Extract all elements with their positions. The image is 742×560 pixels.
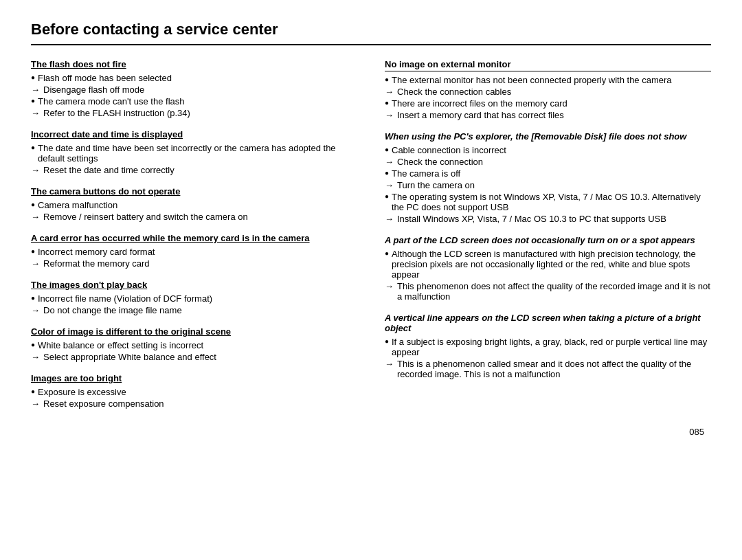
flash-heading: The flash does not fire (31, 59, 357, 69)
list-item: The camera is off (385, 168, 711, 179)
card-error-heading: A card error has occurred while the memo… (31, 233, 357, 243)
list-item: Turn the camera on (385, 180, 711, 190)
list-item: Select appropriate White balance and eff… (31, 352, 357, 362)
removable-disk-list: Cable connection is incorrect Check the … (385, 145, 711, 224)
color-heading: Color of image is different to the origi… (31, 326, 357, 337)
playback-heading: The images don't play back (31, 280, 357, 290)
list-item: Check the connection (385, 157, 711, 167)
list-item: Incorrect file name (Violation of DCF fo… (31, 293, 357, 304)
list-item: The external monitor has not been connec… (385, 75, 711, 85)
section-flash: The flash does not fire Flash off mode h… (31, 59, 357, 118)
section-images-bright: Images are too bright Exposure is excess… (31, 373, 357, 409)
section-card-error: A card error has occurred while the memo… (31, 233, 357, 269)
no-image-heading: No image on external monitor (385, 59, 711, 71)
section-date: Incorrect date and time is displayed The… (31, 129, 357, 175)
buttons-list: Camera malfunction Remove / reinsert bat… (31, 200, 357, 222)
date-heading: Incorrect date and time is displayed (31, 129, 357, 139)
list-item: Remove / reinsert battery and switch the… (31, 212, 357, 222)
right-column: No image on external monitor The externa… (385, 59, 711, 420)
list-item: This phenomenon does not affect the qual… (385, 281, 711, 302)
list-item: Reset exposure compensation (31, 399, 357, 409)
list-item: Although the LCD screen is manufactured … (385, 249, 711, 280)
lcd-spot-list: Although the LCD screen is manufactured … (385, 249, 711, 302)
images-bright-heading: Images are too bright (31, 373, 357, 383)
list-item: Camera malfunction (31, 200, 357, 210)
section-color: Color of image is different to the origi… (31, 326, 357, 362)
card-error-list: Incorrect memory card format Reformat th… (31, 247, 357, 269)
playback-list: Incorrect file name (Violation of DCF fo… (31, 293, 357, 315)
list-item: Reset the date and time correctly (31, 165, 357, 175)
lcd-spot-heading: A part of the LCD screen does not occasi… (385, 235, 711, 245)
page-title: Before contacting a service center (31, 21, 711, 45)
color-list: White balance or effect setting is incor… (31, 340, 357, 362)
date-list: The date and time have been set incorrec… (31, 143, 357, 175)
list-item: Refer to the FLASH instruction (p.34) (31, 108, 357, 118)
vertical-line-heading: A vertical line appears on the LCD scree… (385, 313, 711, 333)
list-item: Flash off mode has been selected (31, 73, 357, 83)
removable-disk-heading: When using the PC's explorer, the [Remov… (385, 131, 711, 142)
list-item: The operating system is not Windows XP, … (385, 192, 711, 212)
section-vertical-line: A vertical line appears on the LCD scree… (385, 313, 711, 379)
list-item: If a subject is exposing bright lights, … (385, 337, 711, 357)
flash-list: Flash off mode has been selected Disenga… (31, 73, 357, 118)
images-bright-list: Exposure is excessive Reset exposure com… (31, 387, 357, 409)
list-item: Cable connection is incorrect (385, 145, 711, 155)
list-item: The camera mode can't use the flash (31, 96, 357, 107)
list-item: Disengage flash off mode (31, 85, 357, 95)
list-item: Check the connection cables (385, 87, 711, 97)
left-column: The flash does not fire Flash off mode h… (31, 59, 357, 420)
section-buttons: The camera buttons do not operate Camera… (31, 186, 357, 222)
list-item: Insert a memory card that has correct fi… (385, 110, 711, 120)
list-item: There are incorrect files on the memory … (385, 98, 711, 109)
content-grid: The flash does not fire Flash off mode h… (31, 59, 711, 420)
list-item: Incorrect memory card format (31, 247, 357, 257)
section-lcd-spot: A part of the LCD screen does not occasi… (385, 235, 711, 302)
section-playback: The images don't play back Incorrect fil… (31, 280, 357, 315)
buttons-heading: The camera buttons do not operate (31, 186, 357, 197)
list-item: Reformat the memory card (31, 258, 357, 269)
vertical-line-list: If a subject is exposing bright lights, … (385, 337, 711, 379)
page-number: 085 (31, 427, 711, 437)
list-item: The date and time have been set incorrec… (31, 143, 357, 164)
list-item: Do not change the image file name (31, 305, 357, 315)
section-no-image: No image on external monitor The externa… (385, 59, 711, 120)
list-item: Install Windows XP, Vista, 7 / Mac OS 10… (385, 214, 711, 224)
no-image-list: The external monitor has not been connec… (385, 75, 711, 120)
section-removable-disk: When using the PC's explorer, the [Remov… (385, 131, 711, 224)
list-item: This is a phenomenon called smear and it… (385, 359, 711, 379)
list-item: White balance or effect setting is incor… (31, 340, 357, 350)
list-item: Exposure is excessive (31, 387, 357, 397)
